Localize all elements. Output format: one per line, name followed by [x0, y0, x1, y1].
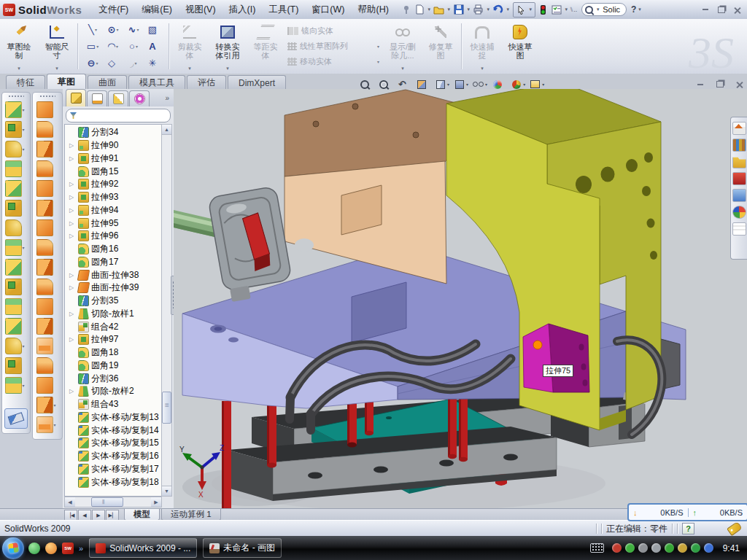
options-list-icon[interactable]: [550, 3, 563, 16]
sketch-entity-caret[interactable]: ▾: [136, 27, 139, 32]
toolbar-drag-handle[interactable]: [8, 95, 24, 98]
doc-close-button[interactable]: [732, 79, 746, 90]
search-input-value[interactable]: Solic: [603, 5, 620, 14]
help-button[interactable]: ?: [631, 4, 636, 15]
select-caret[interactable]: ▾: [527, 7, 534, 12]
trim-entities-button[interactable]: 剪裁实 体▾: [171, 19, 209, 74]
scroll-up-arrow[interactable]: ▲: [162, 125, 171, 135]
menu-item[interactable]: 插入(I): [222, 1, 263, 19]
feature-tool-button[interactable]: ▾: [5, 198, 28, 218]
scroll-thumb[interactable]: [162, 392, 171, 424]
scroll-down-arrow[interactable]: ▼: [162, 486, 171, 496]
feature-tool-button[interactable]: ▾: [5, 179, 28, 198]
undo-caret[interactable]: ▾: [505, 7, 511, 12]
feature-tree-item[interactable]: ▷ 圆角18: [66, 346, 161, 359]
tray-icon[interactable]: [625, 543, 635, 553]
feature-tree-item[interactable]: ▷ 拉伸90: [66, 139, 161, 152]
menu-item[interactable]: 编辑(E): [135, 1, 179, 19]
feature-tool-button[interactable]: ▾: [5, 159, 28, 179]
feature-tool-button[interactable]: ▾: [5, 257, 28, 277]
feature-tree-item[interactable]: ▷ 拉伸97: [66, 333, 161, 346]
surface-tool-button[interactable]: ▾: [36, 336, 59, 356]
hud-button[interactable]: ▾: [528, 77, 545, 91]
undo-icon[interactable]: [492, 3, 505, 16]
feature-tree-item[interactable]: ▷ 拉伸96: [66, 230, 161, 243]
surface-tool-button[interactable]: ▾: [36, 277, 59, 297]
menu-item[interactable]: 窗口(W): [305, 1, 351, 19]
feature-tree-item[interactable]: ▷ 拉伸95: [66, 217, 161, 230]
surface-tool-button[interactable]: ▾: [36, 316, 59, 336]
expand-arrow-icon[interactable]: ▷: [69, 284, 76, 291]
expand-arrow-icon[interactable]: ▷: [69, 194, 76, 201]
surface-tool-button[interactable]: ▾: [36, 159, 59, 179]
surface-tool-button[interactable]: ▾: [36, 415, 59, 435]
model-tab[interactable]: 模型: [124, 509, 160, 521]
surface-tool-button[interactable]: ▾: [36, 139, 59, 159]
tray-icon[interactable]: [665, 543, 674, 553]
menu-item[interactable]: 工具(T): [262, 1, 305, 19]
feature-tree-item[interactable]: ▷ 切除-放样1: [66, 308, 161, 321]
hud-button[interactable]: ▾: [471, 77, 488, 91]
menu-item[interactable]: 帮助(H): [351, 1, 395, 19]
surface-tool-button[interactable]: ▾: [36, 297, 59, 316]
feature-tool-button[interactable]: ▾: [5, 100, 28, 120]
feature-tree-item[interactable]: ▷ 圆角16: [66, 243, 161, 256]
doc-restore-button[interactable]: [713, 79, 727, 90]
sketch-entity-button[interactable]: ◠ ▾: [103, 38, 123, 55]
surface-tool-button[interactable]: ▾: [36, 238, 59, 257]
feature-tree-item[interactable]: ▷ 组合43: [66, 398, 161, 411]
feature-tool-button[interactable]: ▾: [5, 336, 28, 356]
quicklaunch-solidworks-icon[interactable]: SW: [62, 542, 74, 554]
window-close-button[interactable]: [730, 4, 744, 15]
feature-tool-button[interactable]: ▾: [5, 218, 28, 238]
feature-tree-item[interactable]: ▷ 分割35: [66, 295, 161, 308]
sketch-entity-caret[interactable]: ▾: [96, 44, 98, 49]
mirror-entities-button[interactable]: 镜向实体: [287, 25, 381, 38]
task-pane-icon[interactable]: [732, 222, 746, 236]
select-tool-button[interactable]: ▾: [513, 2, 535, 18]
ribbon-tab[interactable]: 草图: [47, 74, 86, 90]
search-scope-caret[interactable]: ▾: [595, 7, 601, 12]
feature-tree-item[interactable]: ▷ 实体-移动/复制16: [66, 450, 161, 463]
expand-arrow-icon[interactable]: ▷: [69, 207, 76, 214]
ribbon-tab[interactable]: DimXpert: [228, 75, 286, 90]
sketch-entity-button[interactable]: ∿ ▾: [123, 21, 144, 38]
feature-tree-item[interactable]: ▷ 曲面-拉伸39: [66, 281, 161, 295]
print-caret[interactable]: ▾: [485, 7, 492, 12]
feature-tree-item[interactable]: ▷ 圆角17: [66, 256, 161, 269]
open-document-icon[interactable]: [433, 3, 446, 16]
sketch-button[interactable]: 草图绘 制▾: [0, 19, 38, 74]
expand-arrow-icon[interactable]: ▷: [69, 233, 76, 239]
quick-snaps-button[interactable]: 快速捕 捉▾: [463, 19, 501, 74]
ribbon-tab[interactable]: 模具工具: [128, 75, 185, 90]
sketch-entity-button[interactable]: ⊖ ▾: [82, 55, 103, 71]
task-pane-icon[interactable]: [732, 155, 746, 168]
ribbon-tab[interactable]: 特征: [6, 75, 45, 90]
print-icon[interactable]: [472, 3, 485, 16]
sketch-entity-button[interactable]: ▭ ▾: [82, 38, 103, 55]
feature-tool-button[interactable]: ▾: [5, 356, 28, 376]
options-caret[interactable]: ▾: [563, 7, 570, 12]
menu-item[interactable]: 视图(V): [179, 1, 222, 19]
measure-button-pressed[interactable]: [4, 408, 28, 429]
surface-tool-button[interactable]: ▾: [36, 198, 59, 218]
feature-tree-item[interactable]: ▷ 曲面-拉伸38: [66, 268, 161, 281]
tag-icon[interactable]: [727, 521, 743, 536]
feature-tree-item[interactable]: ▷ 实体-移动/复制15: [66, 437, 161, 450]
sketch-entity-caret[interactable]: ▾: [135, 61, 137, 66]
expand-arrow-icon[interactable]: ▷: [69, 220, 76, 227]
hud-button[interactable]: ▾: [395, 77, 412, 91]
task-pane-icon[interactable]: [732, 189, 746, 202]
feature-tree-item[interactable]: ▷ 拉伸94: [66, 204, 161, 217]
surface-tool-button[interactable]: ▾: [36, 356, 59, 376]
tab-configuration-manager[interactable]: [108, 90, 128, 106]
tab-dimxpert-manager[interactable]: [129, 90, 150, 106]
linear-sketch-pattern-button[interactable]: 线性草图阵列▾: [287, 40, 381, 53]
surface-tool-button[interactable]: ▾: [36, 100, 59, 120]
sketch-entity-button[interactable]: ◞ ▾: [123, 55, 144, 71]
hud-button[interactable]: ▾: [376, 77, 393, 91]
sketch-entity-button[interactable]: ○ ▾: [123, 38, 144, 55]
sketch-entity-button[interactable]: ⊙ ▾: [103, 21, 123, 38]
surface-tool-button[interactable]: ▾: [36, 395, 59, 415]
tray-icon[interactable]: [612, 543, 622, 553]
